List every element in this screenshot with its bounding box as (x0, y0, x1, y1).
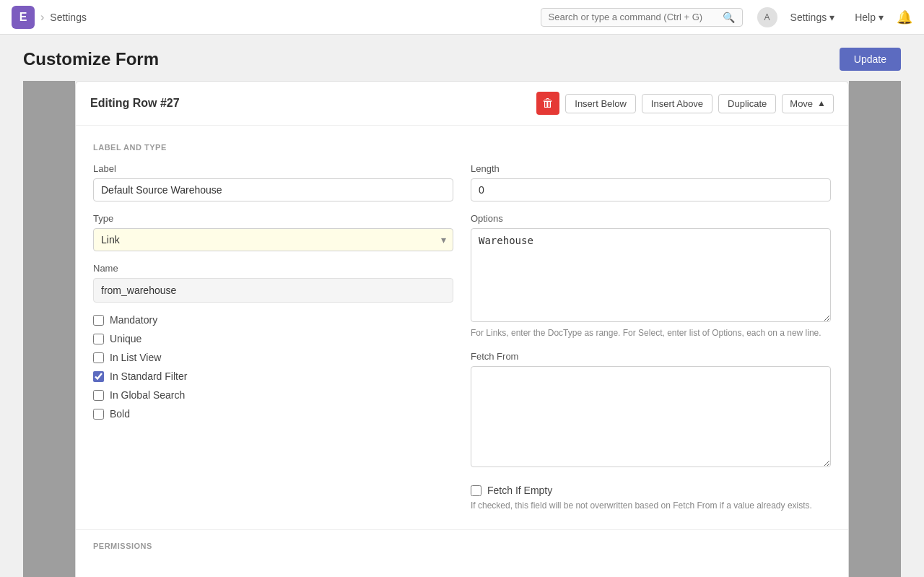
app-icon[interactable]: E (12, 6, 35, 29)
unique-label: Unique (110, 333, 141, 344)
editing-title: Editing Row #27 (90, 97, 180, 110)
bold-checkbox[interactable] (93, 409, 104, 420)
options-hint: For Links, enter the DocType as range. F… (471, 326, 831, 339)
length-label: Length (471, 163, 831, 174)
options-label: Options (471, 213, 831, 224)
notifications-icon[interactable]: 🔔 (897, 9, 912, 25)
left-column: Label Type Link Data Select (93, 163, 453, 512)
name-field-label: Name (93, 263, 453, 274)
mandatory-label: Mandatory (110, 314, 157, 326)
content-area: Editing Row #27 🗑 Insert Below Insert Ab… (0, 81, 924, 577)
help-nav-btn[interactable]: Help ▾ (847, 9, 891, 26)
right-column: Length Options For Links, enter the DocT… (471, 163, 831, 512)
name-group: Name from_warehouse (93, 263, 453, 303)
editing-card: Editing Row #27 🗑 Insert Below Insert Ab… (75, 81, 849, 577)
length-group: Length (471, 163, 831, 201)
label-field-label: Label (93, 163, 453, 174)
fetch-hint: If checked, this field will be not overw… (471, 499, 831, 512)
insert-above-button[interactable]: Insert Above (642, 94, 712, 113)
options-group: Options For Links, enter the DocType as … (471, 213, 831, 339)
insert-below-button[interactable]: Insert Below (565, 94, 636, 113)
outer-wrapper: Editing Row #27 🗑 Insert Below Insert Ab… (23, 81, 901, 577)
in-list-view-label: In List View (110, 352, 161, 363)
breadcrumb-settings[interactable]: Settings (50, 12, 87, 23)
mandatory-checkbox[interactable] (93, 315, 104, 326)
search-bar[interactable]: 🔍 (541, 8, 743, 27)
in-global-search-label: In Global Search (110, 389, 185, 401)
fetch-from-label: Fetch From (471, 351, 831, 362)
name-display: from_warehouse (93, 278, 453, 303)
label-input[interactable] (93, 178, 453, 201)
settings-nav-btn[interactable]: Settings ▾ (783, 9, 842, 26)
chevron-up-icon: ▲ (817, 98, 826, 108)
fetch-if-empty-checkbox[interactable] (471, 485, 481, 496)
in-list-view-checkbox[interactable] (93, 352, 104, 363)
page-header: Customize Form Update (0, 35, 924, 81)
type-select[interactable]: Link Data Select Check Int Float Text Da… (93, 228, 453, 251)
type-select-wrapper: Link Data Select Check Int Float Text Da… (93, 228, 453, 251)
label-group: Label (93, 163, 453, 201)
permissions-section: PERMISSIONS (76, 529, 848, 562)
header-actions: 🗑 Insert Below Insert Above Duplicate Mo… (536, 92, 834, 115)
in-standard-filter-label: In Standard Filter (110, 370, 187, 382)
in-global-search-checkbox-item[interactable]: In Global Search (93, 389, 453, 401)
bold-checkbox-item[interactable]: Bold (93, 408, 453, 420)
breadcrumb-separator: › (40, 11, 44, 24)
permissions-label: PERMISSIONS (93, 542, 831, 550)
checkboxes-group: Mandatory Unique In List View (93, 314, 453, 420)
avatar: A (757, 7, 777, 27)
in-global-search-checkbox[interactable] (93, 390, 104, 401)
in-standard-filter-checkbox[interactable] (93, 371, 104, 382)
fetch-if-empty-row: Fetch If Empty (471, 485, 831, 496)
fetch-if-empty-group: Fetch If Empty If checked, this field wi… (471, 479, 831, 512)
right-side-panel (849, 81, 901, 577)
section-label: LABEL AND TYPE (93, 143, 831, 152)
page-title: Customize Form (23, 49, 159, 69)
move-button[interactable]: Move ▲ (782, 94, 834, 113)
in-list-view-checkbox-item[interactable]: In List View (93, 352, 453, 363)
search-icon: 🔍 (723, 12, 735, 23)
duplicate-button[interactable]: Duplicate (718, 94, 776, 113)
update-button[interactable]: Update (840, 48, 901, 71)
mandatory-checkbox-item[interactable]: Mandatory (93, 314, 453, 326)
unique-checkbox[interactable] (93, 334, 104, 344)
form-body: LABEL AND TYPE Label Type (76, 126, 848, 529)
delete-button[interactable]: 🗑 (536, 92, 559, 115)
fetch-from-group: Fetch From (471, 351, 831, 467)
fetch-if-empty-label: Fetch If Empty (487, 485, 552, 496)
fetch-from-textarea[interactable] (471, 366, 831, 467)
type-field-label: Type (93, 213, 453, 224)
left-side-panel (23, 81, 75, 577)
type-group: Type Link Data Select Check Int Float Te… (93, 213, 453, 251)
search-input[interactable] (549, 12, 723, 22)
top-navigation: E › Settings 🔍 A Settings ▾ Help ▾ 🔔 (0, 0, 924, 35)
length-input[interactable] (471, 178, 831, 201)
form-grid: Label Type Link Data Select (93, 163, 831, 512)
unique-checkbox-item[interactable]: Unique (93, 333, 453, 344)
bold-label: Bold (110, 408, 130, 420)
nav-actions: A Settings ▾ Help ▾ 🔔 (757, 7, 912, 27)
options-textarea[interactable] (471, 228, 831, 322)
editing-header: Editing Row #27 🗑 Insert Below Insert Ab… (76, 82, 848, 126)
in-standard-filter-checkbox-item[interactable]: In Standard Filter (93, 370, 453, 382)
